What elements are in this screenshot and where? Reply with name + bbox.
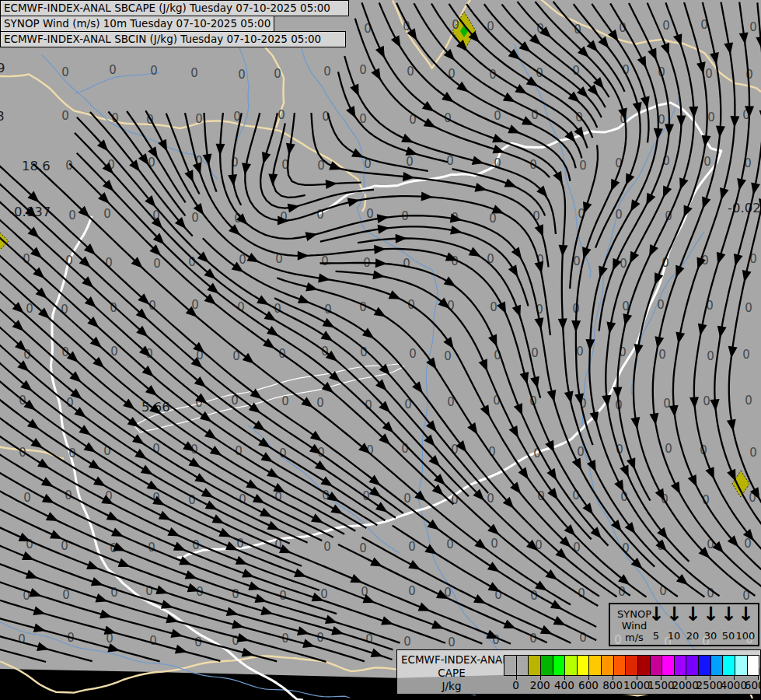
- cape-colorbar-cell: [698, 656, 710, 675]
- svg-text:0: 0: [191, 211, 199, 225]
- wind-arrow-icon: ↓: [721, 603, 736, 625]
- cape-colorbar-cell: [601, 656, 613, 675]
- svg-text:0: 0: [403, 635, 411, 649]
- cape-colorbar-cell: [528, 656, 540, 675]
- cape-colorbar-cell: [553, 656, 565, 675]
- wind-arrow-icon: ↓: [738, 603, 753, 625]
- cape-colorbar-cell: [504, 656, 516, 675]
- svg-text:0: 0: [61, 109, 69, 123]
- svg-text:0: 0: [703, 394, 710, 408]
- wind-speed-label: 100: [735, 630, 756, 642]
- svg-text:0: 0: [359, 300, 367, 314]
- cape-colorbar-cell: [650, 656, 662, 675]
- svg-text:0: 0: [109, 63, 117, 77]
- cape-colorbar-cell: [686, 656, 698, 675]
- cape-colorbar-cell: [710, 656, 723, 675]
- svg-text:0: 0: [403, 257, 410, 271]
- svg-text:0: 0: [281, 394, 289, 408]
- wind-arrow-icon: ↓: [685, 603, 700, 625]
- cape-colorbar-cell: [722, 656, 735, 675]
- map-title-wind: SYNOP Wind (m/s) 10m Tuesday 07-10-2025 …: [0, 16, 274, 32]
- svg-text:0: 0: [489, 212, 497, 226]
- svg-text:0: 0: [749, 20, 757, 34]
- cape-colorbar-cell: [662, 656, 674, 675]
- svg-text:0: 0: [103, 207, 111, 221]
- svg-text:0: 0: [707, 537, 714, 551]
- svg-text:0: 0: [408, 584, 416, 598]
- cape-legend-model-label: ECMWF-INDEX-ANAL: [401, 653, 508, 666]
- svg-text:8: 8: [0, 109, 5, 124]
- cape-color-legend: ECMWF-INDEX-ANAL CAPE J/kg 0200400600800…: [396, 649, 761, 695]
- svg-text:0: 0: [533, 446, 541, 460]
- svg-text:0: 0: [531, 346, 539, 360]
- cape-legend-units-label: J/kg: [413, 680, 490, 692]
- svg-text:0: 0: [452, 18, 459, 32]
- svg-text:0: 0: [615, 208, 623, 222]
- map-title-sbcape: ECMWF-INDEX-ANAL SBCAPE (J/kg) Tuesday 0…: [0, 0, 349, 16]
- svg-text:0: 0: [316, 396, 324, 410]
- cape-colorbar-cell: [735, 656, 747, 675]
- cape-colorbar-cell: [747, 656, 759, 675]
- cape-colorbar-cell: [625, 656, 637, 675]
- svg-text:0: 0: [657, 298, 665, 312]
- cape-colorbar-cell: [613, 656, 626, 675]
- svg-text:0: 0: [745, 394, 752, 408]
- svg-text:0: 0: [321, 254, 329, 268]
- svg-text:0: 0: [150, 64, 158, 78]
- svg-text:0: 0: [274, 67, 281, 81]
- svg-text:0: 0: [579, 159, 587, 173]
- svg-text:0: 0: [236, 537, 244, 551]
- svg-text:0: 0: [705, 67, 713, 81]
- svg-text:0: 0: [665, 442, 672, 456]
- svg-text:0: 0: [408, 540, 416, 554]
- cape-colorbar-cell: [588, 656, 601, 675]
- svg-text:0: 0: [359, 63, 367, 77]
- svg-text:0: 0: [190, 66, 198, 80]
- svg-text:0: 0: [620, 257, 627, 271]
- svg-text:0: 0: [409, 347, 417, 361]
- svg-text:0: 0: [68, 208, 76, 222]
- svg-text:0: 0: [359, 541, 367, 555]
- svg-text:0: 0: [194, 635, 202, 649]
- svg-text:0: 0: [278, 108, 285, 122]
- svg-text:0: 0: [707, 110, 715, 124]
- svg-text:0: 0: [195, 112, 203, 126]
- svg-text:0: 0: [490, 537, 498, 551]
- svg-text:0: 0: [658, 348, 666, 362]
- svg-text:0: 0: [365, 632, 373, 646]
- svg-text:0: 0: [18, 632, 26, 646]
- colorbar-tick-label: 6000: [735, 679, 761, 691]
- cape-colorbar-cell: [577, 656, 589, 675]
- cape-legend-param-label: CAPE: [413, 667, 490, 679]
- cape-colorbar-cell: [540, 656, 553, 675]
- svg-text:0: 0: [148, 156, 155, 170]
- svg-text:0: 0: [576, 345, 584, 359]
- wind-arrow-icon: ↓: [703, 603, 718, 625]
- svg-text:0: 0: [61, 65, 69, 79]
- cape-colorbar-cell: [564, 656, 577, 675]
- svg-text:0: 0: [323, 65, 331, 79]
- svg-text:0: 0: [23, 491, 31, 505]
- cape-colorbar-cell: [516, 656, 529, 675]
- svg-text:0: 0: [232, 587, 239, 601]
- svg-text:0: 0: [749, 446, 757, 460]
- svg-text:0: 0: [663, 397, 671, 411]
- wind-speed-label: 10: [664, 630, 684, 642]
- svg-text:0: 0: [662, 19, 670, 33]
- cape-colorbar: [504, 655, 759, 676]
- svg-text:0: 0: [448, 635, 456, 649]
- wind-arrow-icon: ↓: [666, 603, 682, 625]
- svg-text:0: 0: [703, 155, 711, 169]
- cape-colorbar-cell: [637, 656, 650, 675]
- wind-arrow-icon: ↓: [648, 603, 664, 625]
- svg-text:0: 0: [529, 632, 537, 646]
- svg-text:0: 0: [62, 588, 70, 602]
- svg-text:0: 0: [446, 154, 454, 168]
- svg-text:0: 0: [153, 257, 161, 271]
- svg-text:0: 0: [577, 445, 585, 459]
- svg-text:0: 0: [323, 540, 331, 554]
- map-title-sbcin: ECMWF-INDEX-ANAL SBCIN (J/kg) Tuesday 07…: [0, 31, 346, 47]
- svg-text:0: 0: [490, 300, 497, 314]
- svg-text:0: 0: [149, 634, 157, 648]
- weather-map-canvas: 0000000000000000000000000000000000000000…: [0, 0, 761, 700]
